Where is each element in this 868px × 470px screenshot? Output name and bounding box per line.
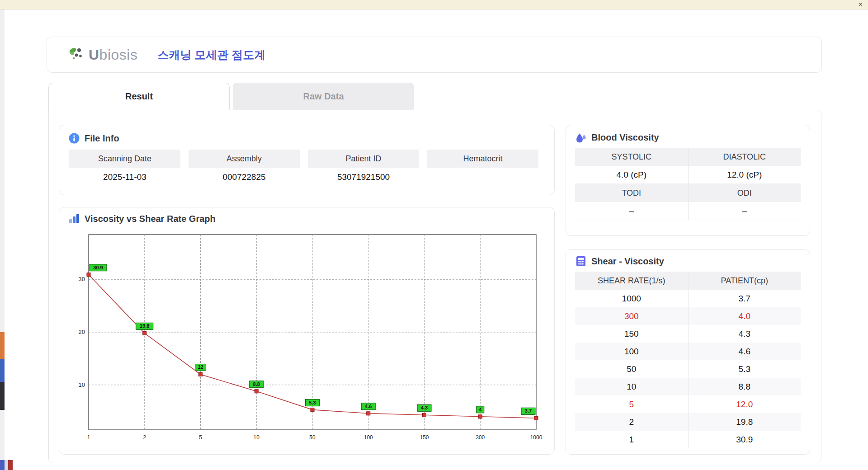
svg-text:20: 20 (79, 329, 85, 335)
systolic-value: 4.0 (cP) (575, 166, 688, 184)
svg-text:5.3: 5.3 (309, 400, 316, 405)
app-window: Ubiosis 스캐닝 모세관 점도계 Result Raw Data File… (5, 9, 868, 470)
file-info-card: File Info Scanning Date 2025-11-03 Assem… (59, 125, 555, 195)
diastolic-header: DIASTOLIC (688, 148, 801, 166)
shear-rate-cell: 1 (575, 431, 688, 448)
ubiosis-logo: Ubiosis (68, 46, 137, 63)
patient-viscosity-cell: 12.0 (688, 395, 801, 413)
svg-text:8.8: 8.8 (253, 381, 260, 387)
diastolic-value: 12.0 (cP) (688, 166, 801, 184)
field-value: 53071921500 (308, 168, 419, 187)
field-label: Scanning Date (69, 150, 180, 168)
tab-raw-data[interactable]: Raw Data (233, 83, 414, 110)
patient-viscosity-cell: 4.3 (688, 325, 801, 343)
svg-text:4.3: 4.3 (421, 405, 428, 410)
patient-viscosity-cell: 19.8 (688, 413, 801, 431)
field-assembly: Assembly 000722825 (189, 150, 300, 187)
table-row: 100 4.6 (575, 343, 801, 360)
graph-header: Viscosity vs Shear Rate Graph (68, 213, 545, 225)
svg-text:1: 1 (87, 434, 90, 441)
todi-header: TODI (575, 184, 688, 202)
table-row: TODI ODI (575, 184, 801, 202)
odi-value: – (688, 202, 801, 220)
field-label: Assembly (189, 150, 300, 168)
field-label: Hematocrit (427, 150, 538, 168)
table-row: 5 12.0 (575, 395, 801, 413)
svg-text:30: 30 (79, 276, 85, 282)
patient-viscosity-cell: 4.0 (688, 307, 801, 325)
shear-rate-cell: 150 (575, 325, 688, 343)
shear-rate-column-header: SHEAR RATE(1/s) (575, 272, 688, 290)
shear-viscosity-title: Shear - Viscosity (591, 256, 664, 267)
blood-viscosity-table: SYSTOLIC DIASTOLIC 4.0 (cP) 12.0 (cP) TO… (575, 148, 801, 220)
svg-text:3.7: 3.7 (525, 408, 532, 414)
table-row: 4.0 (cP) 12.0 (cP) (575, 166, 801, 184)
patient-column-header: PATIENT(cp) (688, 272, 801, 290)
logo-wordmark: Ubiosis (89, 47, 137, 63)
field-label: Patient ID (308, 150, 419, 168)
shear-rate-cell: 10 (575, 378, 688, 395)
table-row: SYSTOLIC DIASTOLIC (575, 148, 801, 166)
graph-title: Viscosity vs Shear Rate Graph (85, 214, 216, 224)
table-row: 300 4.0 (575, 307, 801, 325)
svg-text:10: 10 (79, 381, 85, 388)
table-header-row: SHEAR RATE(1/s) PATIENT(cp) (575, 272, 801, 290)
shear-rate-cell: 100 (575, 343, 688, 360)
todi-value: – (575, 202, 688, 220)
table-row: 2 19.8 (575, 413, 801, 431)
svg-text:30.9: 30.9 (93, 265, 103, 270)
svg-text:19.8: 19.8 (140, 323, 149, 329)
ubiosis-logo-icon (68, 46, 87, 63)
odi-header: ODI (688, 184, 801, 202)
shear-rate-cell: 300 (575, 307, 688, 325)
tab-bar: Result Raw Data (48, 83, 414, 110)
svg-text:100: 100 (364, 434, 373, 441)
table-row: 150 4.3 (575, 325, 801, 343)
info-icon (68, 132, 80, 144)
result-panel: File Info Scanning Date 2025-11-03 Assem… (48, 110, 821, 463)
droplet-icon (575, 132, 587, 143)
desktop-background-fragment (0, 359, 5, 382)
blood-viscosity-card: Blood Viscosity SYSTOLIC DIASTOLIC 4.0 (… (566, 125, 810, 236)
table-row: 1000 3.7 (575, 290, 801, 307)
page-title: 스캐닝 모세관 점도계 (157, 47, 265, 62)
systolic-header: SYSTOLIC (575, 148, 688, 166)
svg-text:4.6: 4.6 (365, 404, 372, 409)
svg-text:150: 150 (420, 434, 429, 441)
field-value (427, 168, 538, 187)
shear-rate-cell: 50 (575, 360, 688, 378)
tab-result[interactable]: Result (48, 83, 230, 110)
file-info-title: File Info (85, 133, 119, 144)
field-hematocrit: Hematocrit (427, 150, 538, 187)
svg-text:4: 4 (479, 407, 482, 412)
patient-viscosity-cell: 5.3 (688, 360, 801, 378)
blood-viscosity-header: Blood Viscosity (575, 132, 801, 143)
svg-text:2: 2 (143, 434, 146, 441)
table-row: 10 8.8 (575, 378, 801, 395)
table-body: 1000 3.7 300 4.0 150 4.3 100 4.6 (575, 290, 801, 448)
svg-text:50: 50 (309, 434, 316, 441)
shear-rate-cell: 5 (575, 395, 688, 413)
table-row: 1 30.9 (575, 431, 801, 448)
blood-viscosity-title: Blood Viscosity (591, 132, 659, 143)
svg-text:1000: 1000 (530, 434, 542, 441)
calculator-icon (575, 255, 587, 267)
field-scanning-date: Scanning Date 2025-11-03 (69, 150, 180, 187)
svg-text:12: 12 (198, 364, 203, 370)
app-header: Ubiosis 스캐닝 모세관 점도계 (47, 37, 822, 73)
shear-rate-cell: 2 (575, 413, 688, 431)
patient-viscosity-cell: 3.7 (688, 290, 801, 307)
table-row: – – (575, 202, 801, 220)
field-value: 000722825 (189, 168, 300, 187)
field-value: 2025-11-03 (69, 168, 180, 187)
file-info-fields: Scanning Date 2025-11-03 Assembly 000722… (69, 150, 545, 187)
table-row: 50 5.3 (575, 360, 801, 378)
patient-viscosity-cell: 4.6 (688, 343, 801, 360)
desktop-background-strip (0, 9, 5, 470)
close-icon[interactable]: × (859, 0, 863, 9)
shear-viscosity-table: SHEAR RATE(1/s) PATIENT(cp) 1000 3.7 300… (575, 272, 801, 448)
bar-chart-icon (68, 213, 80, 225)
svg-text:5: 5 (199, 434, 202, 441)
logo-initial: U (89, 47, 99, 63)
file-info-header: File Info (68, 132, 545, 144)
